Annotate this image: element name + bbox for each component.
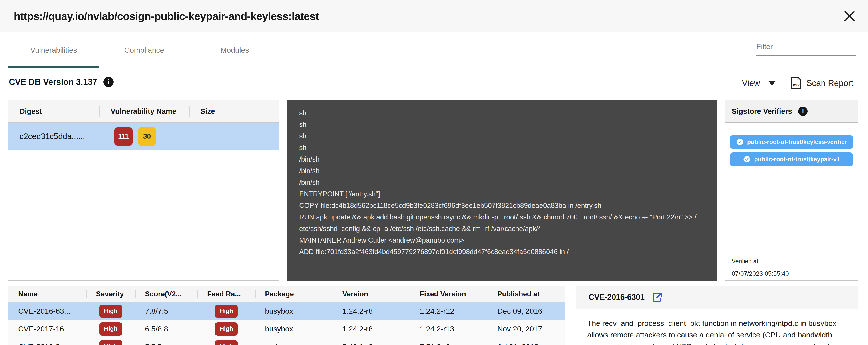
layer-command: /bin/sh xyxy=(299,154,697,165)
cve-detail-header: CVE-2016-6301 xyxy=(576,286,858,309)
package-cell: busybox xyxy=(255,302,333,320)
open-cve-link[interactable] xyxy=(651,291,663,303)
external-link-icon xyxy=(651,291,663,303)
vulnerability-row[interactable]: CVE-2017-16... High 6.5/8.8 High busybox… xyxy=(8,320,564,338)
dialog-header: https://quay.io/nvlab/cosign-public-keyp… xyxy=(0,0,868,32)
vulnerabilities-table-header: Name Severity Score(V2... Feed Ra... Pac… xyxy=(8,286,564,302)
tab-vulnerabilities[interactable]: Vulnerabilities xyxy=(8,33,99,68)
scan-report-label: Scan Report xyxy=(806,79,853,88)
column-header-feed-rating: Feed Ra... xyxy=(197,286,255,302)
cve-name: CVE-2016-63... xyxy=(8,302,86,320)
info-icon[interactable]: i xyxy=(103,77,114,87)
layer-command: ENTRYPOINT ["/entry.sh"] xyxy=(299,188,697,200)
verifier-chip-keypair: public-root-of-trust/keypair-v1 xyxy=(730,153,853,166)
published-at-cell: Nov 20, 2017 xyxy=(488,320,564,338)
verifier-chip-keyless: public-root-of-trust/keyless-verifier xyxy=(730,135,853,149)
sigstore-verifiers-header: Sigstore Verifiers i xyxy=(725,100,858,123)
vulnerability-row[interactable]: CVE-2016-8... High 5/7.5 High curl 7.49.… xyxy=(8,338,564,345)
cve-db-version: CVE DB Version 3.137 i xyxy=(9,77,114,87)
view-dropdown-label: View xyxy=(742,79,760,88)
layer-command: /bin/sh xyxy=(299,177,697,188)
layer-command: sh xyxy=(299,142,697,154)
high-count-badge: 30 xyxy=(137,127,156,146)
feed-rating-badge: High xyxy=(215,305,238,318)
published-at-cell: Jul 31, 2018 xyxy=(488,338,564,345)
layer-command: ADD file:701fd33a2f463fd4bd459779276897e… xyxy=(299,246,697,258)
score-cell: 7.8/7.5 xyxy=(135,302,197,320)
digest-row-selected[interactable]: c2ced31c5dda...... 111 30 xyxy=(8,123,279,150)
tab-bar: Vulnerabilities Compliance Modules xyxy=(0,33,868,68)
feed-rating-cell: High xyxy=(197,302,255,320)
layer-command: sh xyxy=(299,119,697,130)
column-header-package: Package xyxy=(255,286,333,302)
fixed-version-cell: 7.51.0-r0 xyxy=(410,338,488,345)
verifier-chip-label: public-root-of-trust/keypair-v1 xyxy=(754,156,840,163)
image-scan-dialog: https://quay.io/nvlab/cosign-public-keyp… xyxy=(0,0,868,345)
column-header-severity: Severity xyxy=(86,286,135,302)
column-header-vulnerability-name: Vulnerability Name xyxy=(99,100,189,122)
vulnerabilities-table: Name Severity Score(V2... Feed Ra... Pac… xyxy=(8,286,565,345)
cve-name: CVE-2016-8... xyxy=(8,338,86,345)
tab-compliance[interactable]: Compliance xyxy=(99,33,189,68)
cve-description: The recv_and_process_client_pkt function… xyxy=(576,309,858,345)
vulnerability-row[interactable]: CVE-2016-63... High 7.8/7.5 High busybox… xyxy=(8,302,564,320)
verifier-list: public-root-of-trust/keyless-verifier pu… xyxy=(725,135,858,166)
severity-badge: High xyxy=(99,305,122,318)
severity-cell: High xyxy=(86,302,135,320)
sigstore-verifiers-title: Sigstore Verifiers xyxy=(732,107,792,116)
cve-name: CVE-2017-16... xyxy=(8,320,86,338)
scan-report-button[interactable]: csv Scan Report xyxy=(790,76,853,90)
score-cell: 6.5/8.8 xyxy=(135,320,197,338)
digest-table: Digest Vulnerability Name Size c2ced31c5… xyxy=(8,100,279,281)
cve-detail-panel: CVE-2016-6301 The recv_and_process_clien… xyxy=(576,286,858,345)
csv-file-icon: csv xyxy=(790,76,802,90)
package-cell: curl xyxy=(255,338,333,345)
column-header-version: Version xyxy=(333,286,410,302)
sigstore-verifiers-panel: Sigstore Verifiers i public-root-of-trus… xyxy=(725,100,858,281)
layer-command: /bin/sh xyxy=(299,165,697,177)
verified-at-label: Verified at xyxy=(732,258,758,265)
column-header-published-at: Published at xyxy=(488,286,564,302)
close-icon xyxy=(842,8,857,24)
column-header-size: Size xyxy=(189,100,279,122)
verifier-chip-label: public-root-of-trust/keyless-verifier xyxy=(747,139,847,146)
cve-id: CVE-2016-6301 xyxy=(589,292,645,302)
tab-modules[interactable]: Modules xyxy=(189,33,280,68)
feed-rating-cell: High xyxy=(197,338,255,345)
severity-cell: High xyxy=(86,338,135,345)
fixed-version-cell: 1.24.2-r13 xyxy=(410,320,488,338)
chevron-down-icon xyxy=(768,81,776,86)
severity-badge: High xyxy=(99,322,122,336)
image-layers-panel[interactable]: sh sh sh sh /bin/sh /bin/sh /bin/sh ENTR… xyxy=(287,100,717,281)
tab-list: Vulnerabilities Compliance Modules xyxy=(8,33,280,68)
column-header-score: Score(V2... xyxy=(135,286,197,302)
severity-cell: High xyxy=(86,320,135,338)
verified-at-value: 07/07/2023 05:55:40 xyxy=(732,270,789,277)
published-at-cell: Dec 09, 2016 xyxy=(488,302,564,320)
layer-command: RUN apk update && apk add bash git opens… xyxy=(299,211,697,234)
info-icon[interactable]: i xyxy=(798,107,808,116)
column-header-digest: Digest xyxy=(8,100,99,122)
verified-badge-icon xyxy=(743,156,751,163)
layer-command: COPY file:dc4b18d562bc118ce5cd9b3fe0283c… xyxy=(299,200,697,211)
cve-db-version-label: CVE DB Version 3.137 xyxy=(9,77,97,87)
version-cell: 7.49.1-r0 xyxy=(333,338,410,345)
filter-field xyxy=(756,41,857,56)
column-header-name: Name xyxy=(8,286,86,302)
digest-value: c2ced31c5dda...... xyxy=(8,123,99,150)
column-header-fixed-version: Fixed Version xyxy=(410,286,488,302)
verified-badge-icon xyxy=(736,138,744,146)
svg-text:csv: csv xyxy=(793,83,800,87)
view-dropdown[interactable]: View xyxy=(742,79,776,88)
vulnerability-count-badges: 111 30 xyxy=(99,123,189,150)
close-button[interactable] xyxy=(842,8,857,24)
feed-rating-badge: High xyxy=(215,322,238,336)
toolbar-actions: View csv Scan Report xyxy=(742,76,853,90)
score-cell: 5/7.5 xyxy=(135,338,197,345)
severity-badge: High xyxy=(99,340,122,345)
filter-input[interactable] xyxy=(756,41,857,56)
version-cell: 1.24.2-r8 xyxy=(333,320,410,338)
version-cell: 1.24.2-r8 xyxy=(333,302,410,320)
layer-command: sh xyxy=(299,130,697,142)
size-value xyxy=(189,123,279,150)
